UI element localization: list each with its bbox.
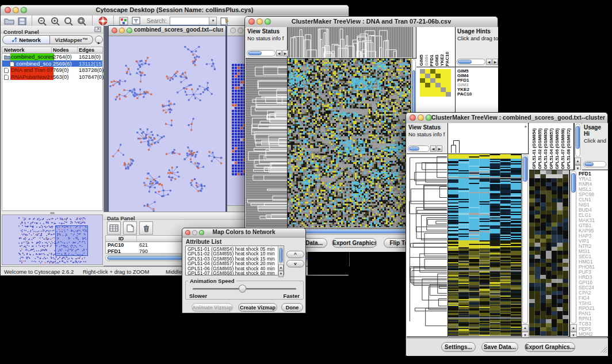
attribute-table-icon[interactable] xyxy=(107,221,121,235)
array-label[interactable]: PFD1 xyxy=(429,55,434,66)
move-up-button[interactable]: ^ xyxy=(286,251,304,258)
search-input[interactable]: ▼ xyxy=(170,17,217,25)
array-label[interactable]: GIM5 xyxy=(419,55,424,66)
tv1-view-status-scrollbar[interactable]: ◀ ▶ xyxy=(247,50,288,56)
move-down-button[interactable]: v xyxy=(286,260,304,267)
save-icon[interactable] xyxy=(18,17,26,25)
scroll-right-icon[interactable]: ▶ xyxy=(492,59,498,65)
map-dialog-titlebar[interactable]: Map Colors to Network xyxy=(182,228,305,237)
settings-button[interactable]: Settings... xyxy=(441,342,476,352)
search-options-icon[interactable] xyxy=(220,17,230,25)
close-icon[interactable] xyxy=(410,114,416,121)
tv1-zoom-matrix-canvas[interactable] xyxy=(420,69,451,97)
search-dropdown-icon[interactable]: ▼ xyxy=(209,17,216,25)
col-header-network[interactable]: Network xyxy=(4,47,52,53)
tv1-row-dendrogram-canvas[interactable] xyxy=(246,59,287,227)
birdseye-view[interactable] xyxy=(2,214,103,265)
tv1-col-dendrogram-canvas[interactable] xyxy=(288,27,412,58)
save-data-button[interactable]: Save Data... xyxy=(481,342,518,352)
array-label[interactable]: PAC10 xyxy=(445,52,450,66)
array-label[interactable]: GPL51-08 (GSM872) xyxy=(566,128,571,169)
array-label[interactable]: YKE2 xyxy=(439,54,445,66)
gene-label[interactable]: MON2 xyxy=(577,332,608,337)
attribute-list-item[interactable]: GPL51-04 (GSM857) heat shock 20 min xyxy=(186,261,284,266)
export-graphics-button[interactable]: Export Graphics... xyxy=(332,238,377,248)
array-label[interactable]: GPL51-07 (GSM868) xyxy=(560,128,565,169)
tv2-row-dendrogram[interactable] xyxy=(407,154,448,337)
network-row[interactable]: combined_scores_2764(0)16218(0) xyxy=(2,53,102,60)
network-view-titlebar[interactable]: combined_scores_good.txt--cluste... xyxy=(109,26,225,36)
array-label[interactable]: GPL51-01 (GSM854) xyxy=(531,128,537,169)
array-label[interactable]: GPL51-04 (GSM857) xyxy=(549,128,554,169)
tab-overflow-button[interactable]: ▸ xyxy=(95,36,103,44)
scroll-up-icon[interactable]: ▲ xyxy=(575,158,581,165)
main-titlebar[interactable]: Cytoscape Desktop (Session Name: collins… xyxy=(1,5,349,16)
gene-label[interactable]: PAC10 xyxy=(456,92,498,97)
close-icon[interactable] xyxy=(5,7,11,13)
delete-attribute-icon[interactable] xyxy=(139,221,153,235)
scroll-down-icon[interactable]: ▼ xyxy=(278,271,284,277)
tv2-col-dendrogram-canvas[interactable] xyxy=(449,138,463,153)
array-label[interactable]: GPL51-06 (GSM865) xyxy=(554,128,560,169)
tv2-col-dendrogram[interactable]: ▸ xyxy=(448,123,529,154)
close-icon[interactable] xyxy=(185,230,190,235)
tv2-heatmap-canvas[interactable] xyxy=(448,154,521,336)
zoom-in-icon[interactable] xyxy=(51,17,60,26)
zoom-window-icon[interactable] xyxy=(199,230,204,235)
done-button[interactable]: Done xyxy=(281,303,303,312)
minimize-icon[interactable] xyxy=(13,7,19,13)
tv2-zoom-heatmap[interactable] xyxy=(529,170,569,337)
zoom-icon[interactable] xyxy=(64,17,74,26)
minimize-icon[interactable] xyxy=(119,28,125,33)
speed-slider-thumb[interactable] xyxy=(239,285,246,293)
attribute-list-item[interactable]: GPL51-07 (GSM868) heat shock 60 min xyxy=(186,271,284,275)
tv2-zoom-heatmap-canvas[interactable] xyxy=(529,170,568,336)
array-label[interactable]: GIM3 xyxy=(434,55,439,66)
id-column-header[interactable]: ID xyxy=(106,236,137,242)
close-icon[interactable] xyxy=(248,18,255,25)
scroll-up-icon[interactable]: ▲ xyxy=(522,324,529,332)
zoom-window-icon[interactable] xyxy=(127,28,132,33)
network-row[interactable]: RNAPuberNov2+563(0)107847(0) xyxy=(2,74,102,81)
network-row[interactable]: combined_sco2569(6)13112(15) xyxy=(2,60,102,67)
array-label[interactable]: GPL51-02 (GSM855) xyxy=(537,128,542,169)
tv2-heat-vscrollbar[interactable]: ▲▼ xyxy=(521,154,529,337)
tv2-usage-scrollbar[interactable] xyxy=(583,161,606,167)
attribute-list-item[interactable]: GPL51-06 (GSM865) heat shock 40 min xyxy=(186,266,284,271)
network-row[interactable]: DNA and Tran 07769(0)183728(0) xyxy=(2,67,102,74)
tv1-row-dendrogram[interactable] xyxy=(246,59,288,228)
attribute-list-scrollbar[interactable]: ▲▼ xyxy=(278,246,284,275)
export-graphics-button[interactable]: Export Graphics... xyxy=(525,342,575,352)
network-canvas[interactable] xyxy=(109,36,225,215)
tv1-usage-scrollbar[interactable]: ◀ ▶ xyxy=(457,59,498,65)
scroll-up-icon[interactable]: ▲ xyxy=(278,265,284,271)
minimize-icon[interactable] xyxy=(257,18,263,25)
minimize-icon[interactable] xyxy=(192,230,197,235)
expand-icon[interactable]: ▸ xyxy=(525,124,527,129)
panel-divider-handle[interactable] xyxy=(50,212,55,214)
tv2-view-status-scrollbar[interactable]: ◀ ▶ xyxy=(408,145,442,152)
scroll-left-icon[interactable]: ◀ xyxy=(430,145,436,152)
treeview1-titlebar[interactable]: ClusterMaker TreeView : DNA and Tran 07-… xyxy=(245,17,498,28)
array-label[interactable]: GIM4 xyxy=(424,55,429,66)
tv1-col-dendrogram[interactable] xyxy=(288,27,413,59)
array-label[interactable]: GPL51-03 (GSM856) xyxy=(543,128,548,169)
scroll-left-icon[interactable]: ◀ xyxy=(276,50,282,56)
open-icon[interactable] xyxy=(4,17,14,25)
annotation-icon[interactable] xyxy=(132,17,141,25)
col-header-nodes[interactable]: Nodes xyxy=(53,47,78,53)
zoom-out-icon[interactable] xyxy=(37,17,47,26)
tv2-col-labels-scrollbar[interactable]: ▲▼ xyxy=(574,123,581,170)
create-vizmap-button[interactable]: Create Vizmap xyxy=(238,303,277,312)
zoom-fit-icon[interactable] xyxy=(77,17,87,26)
birdseye-canvas[interactable] xyxy=(2,215,102,265)
new-attribute-icon[interactable] xyxy=(123,221,137,235)
attribute-list-item[interactable]: GPL51-03 (GSM856) heat shock 15 min xyxy=(186,256,284,261)
scroll-up-icon[interactable]: ▲ xyxy=(570,324,577,332)
close-icon[interactable] xyxy=(230,28,236,33)
tv2-zoom-vscrollbar[interactable]: ▲▼ xyxy=(569,170,577,337)
treeview2-titlebar[interactable]: ClusterMaker TreeView : combined_scores_… xyxy=(406,113,607,124)
help-lifering-icon[interactable] xyxy=(98,16,108,26)
attribute-list-item[interactable]: GPL51-02 (GSM855) heat shock 10 min xyxy=(186,251,284,256)
resize-grip[interactable] xyxy=(600,345,607,355)
